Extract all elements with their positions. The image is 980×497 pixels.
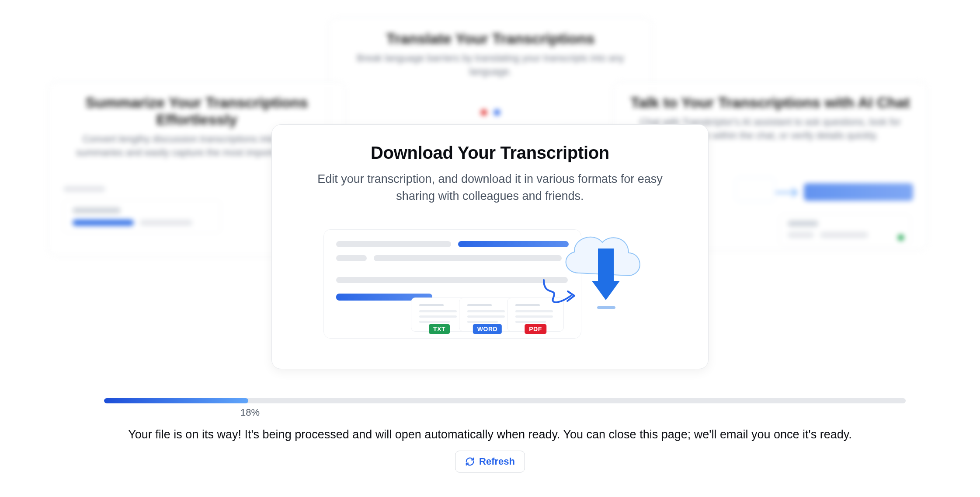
upload-progress-bar (104, 398, 906, 403)
bg-top-subtitle: Break language barriers by translating y… (344, 52, 637, 79)
bg-top-title: Translate Your Transcriptions (344, 30, 637, 47)
format-label-word: WORD (473, 324, 502, 334)
upload-progress-fill (104, 398, 248, 403)
refresh-icon (465, 457, 475, 466)
svg-rect-1 (597, 306, 615, 309)
processing-status-text: Your file is on its way! It's being proc… (0, 428, 980, 441)
download-feature-card: Download Your Transcription Edit your tr… (271, 124, 709, 369)
refresh-button[interactable]: Refresh (455, 451, 525, 472)
format-label-txt: TXT (429, 324, 450, 334)
arrow-icon (775, 186, 801, 199)
bg-right-title: Talk to Your Transcriptions with AI Chat (628, 94, 912, 111)
feature-subtitle: Edit your transcription, and download it… (297, 171, 683, 205)
download-illustration: TXT WORD PDF (297, 220, 683, 343)
format-label-pdf: PDF (525, 324, 546, 334)
bg-left-title: Summarize Your Transcriptions Effortless… (63, 94, 330, 128)
refresh-button-label: Refresh (479, 456, 515, 467)
upload-progress-label: 18% (240, 407, 260, 418)
svg-rect-0 (598, 248, 614, 281)
cloud-download-icon (552, 220, 652, 321)
feature-title: Download Your Transcription (297, 143, 683, 163)
